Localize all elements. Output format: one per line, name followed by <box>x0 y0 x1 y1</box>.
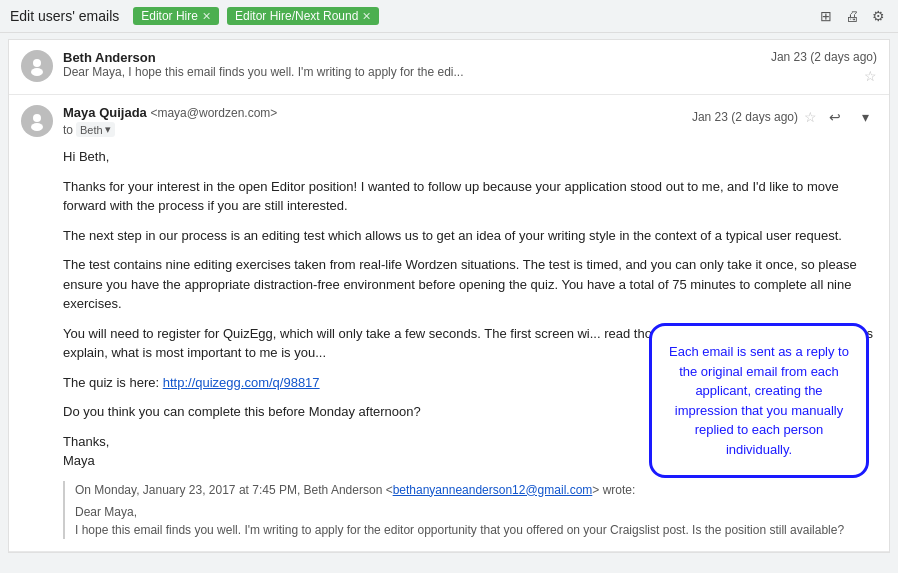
para-3: The test contains nine editing exercises… <box>63 255 877 314</box>
from-email-maya: <maya@wordzen.com> <box>150 106 277 120</box>
quiz-link[interactable]: http://quizegg.com/q/98817 <box>163 375 320 390</box>
email-from-beth: Beth Anderson <box>63 50 761 65</box>
reply-button[interactable]: ↩ <box>823 105 847 129</box>
email-expanded-meta: Jan 23 (2 days ago) ☆ ↩ ▾ <box>692 105 877 129</box>
from-name-maya: Maya Quijada <box>63 105 147 120</box>
tag-close-icon[interactable]: ✕ <box>202 10 211 23</box>
to-label: to <box>63 123 73 137</box>
email-body-maya: Hi Beth, Thanks for your interest in the… <box>9 143 889 551</box>
tag-label: Editor Hire/Next Round <box>235 9 358 23</box>
avatar-maya <box>21 105 53 137</box>
callout-text: Each email is sent as a reply to the ori… <box>669 344 849 457</box>
quoted-header-text: On Monday, January 23, 2017 at 7:45 PM, … <box>75 483 393 497</box>
quiz-label: The quiz is here: <box>63 375 159 390</box>
tag-editor-hire[interactable]: Editor Hire ✕ <box>133 7 219 25</box>
page-header: Edit users' emails Editor Hire ✕ Editor … <box>0 0 898 33</box>
para-1: Thanks for your interest in the open Edi… <box>63 177 877 216</box>
svg-point-0 <box>33 59 41 67</box>
email-container: Beth Anderson Dear Maya, I hope this ema… <box>8 39 890 553</box>
email-row-meta-beth: Jan 23 (2 days ago) ☆ <box>771 50 877 84</box>
quoted-suffix: > wrote: <box>592 483 635 497</box>
email-date-maya: Jan 23 (2 days ago) <box>692 110 798 124</box>
to-name: Beth <box>80 124 103 136</box>
callout: Each email is sent as a reply to the ori… <box>649 323 869 478</box>
email-row-content-beth: Beth Anderson Dear Maya, I hope this ema… <box>63 50 761 79</box>
quoted-email-link[interactable]: bethanyanneanderson12@gmail.com <box>393 483 593 497</box>
star-icon-beth[interactable]: ☆ <box>864 68 877 84</box>
email-expanded-header: Maya Quijada <maya@wordzen.com> to Beth … <box>9 95 889 143</box>
email-from-maya: Maya Quijada <maya@wordzen.com> to Beth … <box>63 105 682 137</box>
email-snippet-beth: Dear Maya, I hope this email finds you w… <box>63 65 761 79</box>
dropdown-chevron-icon: ▾ <box>105 123 111 136</box>
svg-point-1 <box>31 68 43 76</box>
to-dropdown[interactable]: Beth ▾ <box>76 122 115 137</box>
tag-close-icon[interactable]: ✕ <box>362 10 371 23</box>
tag-label: Editor Hire <box>141 9 198 23</box>
para-2: The next step in our process is an editi… <box>63 226 877 246</box>
header-icons: ⊞ 🖨 ⚙ <box>816 6 888 26</box>
email-expanded-maya: Maya Quijada <maya@wordzen.com> to Beth … <box>9 95 889 552</box>
tag-editor-hire-next[interactable]: Editor Hire/Next Round ✕ <box>227 7 379 25</box>
page-title: Edit users' emails <box>10 8 119 24</box>
avatar-beth <box>21 50 53 82</box>
print-icon[interactable]: 🖨 <box>842 6 862 26</box>
svg-point-3 <box>31 123 43 131</box>
grid-icon[interactable]: ⊞ <box>816 6 836 26</box>
email-row-beth[interactable]: Beth Anderson Dear Maya, I hope this ema… <box>9 40 889 95</box>
svg-point-2 <box>33 114 41 122</box>
star-icon-maya[interactable]: ☆ <box>804 109 817 125</box>
to-line: to Beth ▾ <box>63 122 682 137</box>
settings-icon[interactable]: ⚙ <box>868 6 888 26</box>
quoted-line-2: I hope this email finds you well. I'm wr… <box>75 521 877 539</box>
quoted-email: On Monday, January 23, 2017 at 7:45 PM, … <box>63 481 877 539</box>
quoted-line-1: Dear Maya, <box>75 503 877 521</box>
more-actions-button[interactable]: ▾ <box>853 105 877 129</box>
greeting: Hi Beth, <box>63 147 877 167</box>
quoted-header: On Monday, January 23, 2017 at 7:45 PM, … <box>75 481 877 499</box>
email-date-beth: Jan 23 (2 days ago) <box>771 50 877 64</box>
